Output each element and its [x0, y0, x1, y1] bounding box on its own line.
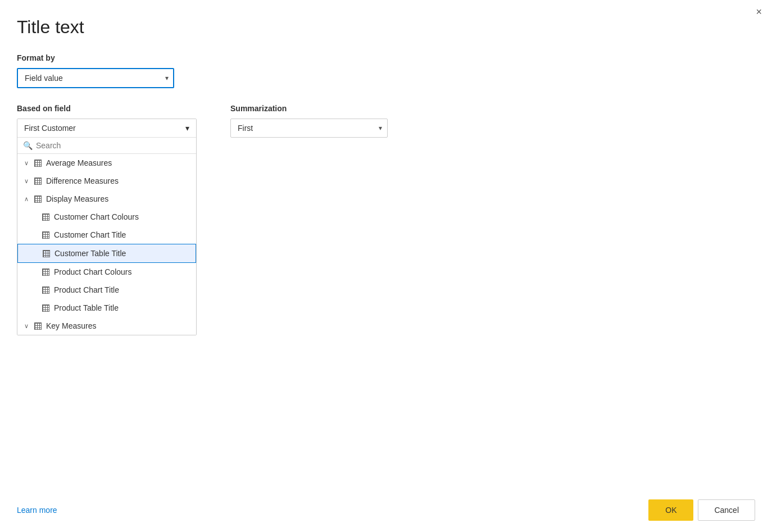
ok-button[interactable]: OK: [648, 499, 693, 521]
group-key-measures-label: Key Measures: [46, 321, 96, 330]
table-icon-ptt: [42, 304, 49, 312]
format-by-select[interactable]: Field value Rules Gradient: [17, 68, 174, 88]
summarization-col: Summarization First Last Count Sum Avera…: [230, 104, 388, 138]
item-product-chart-colours-label: Product Chart Colours: [54, 267, 132, 276]
table-icon-ctt: [43, 250, 50, 257]
dropdown-list: ∨ Average Measures ∨ Difference Measures: [17, 154, 196, 335]
item-product-chart-title[interactable]: Product Chart Title: [17, 281, 196, 299]
based-on-field-dropdown-wrapper: First Customer ▾ 🔍 ∨ Ave: [17, 119, 197, 335]
item-customer-chart-colours-label: Customer Chart Colours: [54, 212, 139, 221]
dialog-footer: Learn more OK Cancel: [17, 490, 755, 521]
group-average-measures-label: Average Measures: [46, 158, 112, 167]
search-icon: 🔍: [23, 141, 33, 150]
dialog-container: × Title text Format by Field value Rules…: [0, 0, 772, 532]
item-customer-chart-title[interactable]: Customer Chart Title: [17, 226, 196, 244]
item-customer-chart-title-label: Customer Chart Title: [54, 230, 126, 239]
item-product-chart-title-label: Product Chart Title: [54, 285, 119, 294]
collapse-icon-average: ∨: [24, 160, 32, 167]
learn-more-link[interactable]: Learn more: [17, 506, 57, 515]
format-by-section: Format by Field value Rules Gradient ▾: [17, 53, 755, 88]
item-product-table-title[interactable]: Product Table Title: [17, 299, 196, 317]
dialog-title: Title text: [17, 17, 755, 38]
based-on-field-label: Based on field: [17, 104, 197, 113]
cancel-button[interactable]: Cancel: [698, 499, 755, 521]
table-icon-average: [34, 160, 42, 167]
based-on-field-chevron-icon: ▾: [185, 124, 189, 133]
format-by-label: Format by: [17, 53, 755, 62]
close-button[interactable]: ×: [756, 7, 762, 17]
summarization-select[interactable]: First Last Count Sum Average: [230, 119, 388, 138]
item-customer-chart-colours[interactable]: Customer Chart Colours: [17, 208, 196, 226]
item-customer-table-title-label: Customer Table Title: [55, 249, 126, 258]
format-by-select-box: Field value Rules Gradient ▾: [17, 68, 174, 88]
item-product-chart-colours[interactable]: Product Chart Colours: [17, 263, 196, 281]
group-display-measures[interactable]: ∧ Display Measures: [17, 190, 196, 208]
close-icon: ×: [756, 6, 762, 17]
group-difference-measures-label: Difference Measures: [46, 176, 119, 185]
summarization-select-box: First Last Count Sum Average ▾: [230, 119, 388, 138]
table-icon-cct: [42, 231, 49, 239]
based-on-field-header[interactable]: First Customer ▾: [17, 119, 196, 138]
item-customer-table-title[interactable]: Customer Table Title: [17, 244, 196, 263]
collapse-icon-key: ∨: [24, 322, 32, 330]
based-on-field-col: Based on field First Customer ▾ 🔍: [17, 104, 197, 335]
group-average-measures[interactable]: ∨ Average Measures: [17, 154, 196, 172]
table-icon-pct: [42, 287, 49, 294]
table-icon-key: [34, 322, 42, 330]
summarization-label: Summarization: [230, 104, 388, 113]
two-col-layout: Based on field First Customer ▾ 🔍: [17, 104, 755, 490]
table-icon-ccc: [42, 213, 49, 221]
table-icon-difference: [34, 178, 42, 185]
based-on-field-dropdown: First Customer ▾ 🔍 ∨ Ave: [17, 119, 197, 335]
group-difference-measures[interactable]: ∨ Difference Measures: [17, 172, 196, 190]
based-on-field-value: First Customer: [24, 124, 76, 133]
collapse-icon-difference: ∨: [24, 178, 32, 185]
search-input[interactable]: [36, 141, 190, 150]
footer-buttons: OK Cancel: [648, 499, 755, 521]
expand-icon-display: ∧: [24, 195, 32, 203]
group-key-measures[interactable]: ∨ Key Measures: [17, 317, 196, 335]
search-box: 🔍: [17, 138, 196, 154]
table-icon-display: [34, 195, 42, 203]
group-display-measures-label: Display Measures: [46, 194, 108, 203]
table-icon-pcc: [42, 269, 49, 276]
item-product-table-title-label: Product Table Title: [54, 303, 119, 312]
